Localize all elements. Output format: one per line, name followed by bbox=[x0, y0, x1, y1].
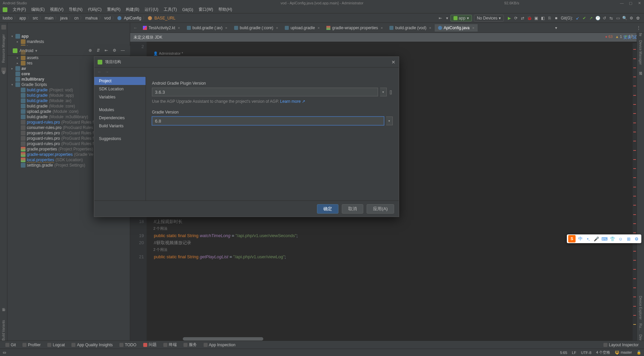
tool-device-manager[interactable]: Device Manager bbox=[639, 40, 642, 65]
filter-icon[interactable]: ⇵ bbox=[97, 48, 102, 53]
crumb[interactable]: src bbox=[33, 16, 38, 20]
tool-terminal[interactable]: 终端 bbox=[161, 341, 179, 348]
lock-icon[interactable]: 🔒 bbox=[637, 350, 641, 355]
tool-git[interactable]: Git bbox=[3, 342, 18, 348]
editor-tab[interactable]: TestActivity2.kt× bbox=[140, 24, 183, 32]
tab-close-icon[interactable]: × bbox=[472, 26, 474, 30]
tab-prev-icon[interactable]: ← bbox=[131, 26, 140, 30]
agp-edit-icon[interactable]: [] bbox=[389, 89, 393, 95]
git-branch[interactable]: 🔱 master bbox=[615, 350, 632, 355]
tree-node[interactable]: ▸manifests bbox=[7, 39, 130, 44]
warning-count[interactable]: 1 bbox=[615, 35, 622, 39]
error-count[interactable]: 63 bbox=[605, 35, 612, 39]
caret-position[interactable]: 5:65 bbox=[560, 351, 567, 355]
menu-view[interactable]: 视图(V) bbox=[48, 6, 65, 13]
crumb[interactable]: app bbox=[19, 16, 26, 20]
tool-resource-manager[interactable]: Resource Manager bbox=[2, 34, 5, 63]
ime-voice[interactable]: 🎤 bbox=[593, 235, 600, 242]
menu-git[interactable]: Git(G) bbox=[180, 7, 195, 13]
ime-toolbox[interactable]: ⊞ bbox=[625, 235, 632, 242]
dialog-back-icon[interactable]: ← bbox=[98, 70, 102, 74]
side-variables[interactable]: Variables bbox=[94, 93, 146, 101]
crumb-field[interactable]: BASE_URL bbox=[154, 16, 175, 20]
attach-icon[interactable]: ⎘ bbox=[547, 16, 552, 20]
tab-close-icon[interactable]: × bbox=[225, 26, 227, 30]
sogou-icon[interactable]: S bbox=[568, 235, 576, 242]
tool-appquality[interactable]: App Quality Insights bbox=[69, 342, 115, 348]
side-dependencies[interactable]: Dependencies bbox=[94, 114, 146, 122]
side-build-variants[interactable]: Build Variants bbox=[94, 122, 146, 130]
rollback-icon[interactable]: ↺ bbox=[602, 16, 607, 20]
apply-changes-icon[interactable]: ⟳ bbox=[514, 16, 518, 20]
side-sdk[interactable]: SDK Location bbox=[94, 85, 146, 93]
tab-close-icon[interactable]: × bbox=[178, 26, 180, 30]
side-modules[interactable]: Modules bbox=[94, 106, 146, 114]
line-separator[interactable]: LF bbox=[572, 351, 576, 355]
gear-icon[interactable]: ✿ bbox=[636, 16, 640, 20]
menu-build[interactable]: 构建(B) bbox=[124, 6, 141, 13]
maximize-icon[interactable]: ▢ bbox=[629, 1, 633, 5]
git-push-icon[interactable]: ↗ bbox=[589, 16, 593, 20]
ime-keyboard[interactable]: ⌨ bbox=[601, 235, 608, 242]
tree-node[interactable]: ▾app bbox=[7, 34, 130, 39]
editor-tab[interactable]: upload.gradle× bbox=[281, 24, 323, 32]
settings-icon[interactable]: ⚙ bbox=[629, 16, 634, 20]
menu-edit[interactable]: 编辑(E) bbox=[29, 6, 47, 13]
stop-icon[interactable]: ■ bbox=[554, 16, 558, 20]
tab-close-icon[interactable]: × bbox=[429, 26, 431, 30]
collapse-icon[interactable]: ⇤ bbox=[105, 48, 110, 53]
profiler-icon[interactable]: ◧ bbox=[540, 16, 545, 20]
minimize-icon[interactable]: — bbox=[620, 1, 624, 5]
ime-skin[interactable]: 👕 bbox=[609, 235, 616, 242]
run-config-selector[interactable]: app ▾ bbox=[450, 15, 472, 21]
device-selector[interactable]: No Devices ▾ bbox=[474, 15, 504, 21]
ime-punct[interactable]: •, bbox=[585, 235, 592, 242]
apply-button[interactable]: 应用(A) bbox=[367, 204, 394, 214]
crumb[interactable]: main bbox=[45, 16, 53, 20]
menu-help[interactable]: 帮助(H) bbox=[216, 6, 234, 13]
editor-tab[interactable]: build.gradle (:av)× bbox=[183, 24, 231, 32]
tabs-dropdown-icon[interactable]: ▾ bbox=[553, 26, 559, 30]
side-suggestions[interactable]: Suggestions bbox=[94, 135, 146, 143]
agp-dropdown-icon[interactable]: ▾ bbox=[380, 88, 387, 96]
menu-window[interactable]: 窗口(W) bbox=[197, 6, 215, 13]
coverage-icon[interactable]: ▣ bbox=[534, 16, 538, 20]
sync-icon[interactable]: ⇆ bbox=[609, 16, 613, 20]
avd-icon[interactable]: ▭ bbox=[615, 16, 620, 20]
apply-code-icon[interactable]: ⇄ bbox=[520, 16, 525, 20]
crumb[interactable]: luobo bbox=[3, 16, 12, 20]
ime-settings[interactable]: ⚙ bbox=[633, 235, 640, 242]
tool-layout-inspector[interactable]: Layout Inspector bbox=[601, 342, 641, 348]
crumb[interactable]: java bbox=[60, 16, 67, 20]
hide-icon[interactable]: — bbox=[121, 48, 126, 53]
run-icon[interactable]: ▶ bbox=[507, 16, 512, 20]
ok-button[interactable]: 确定 bbox=[317, 204, 338, 214]
gradle-dropdown-icon[interactable]: ▾ bbox=[386, 117, 393, 125]
history-icon[interactable]: 🕐 bbox=[595, 16, 600, 20]
project-icon[interactable] bbox=[1, 68, 6, 72]
ime-emoji[interactable]: ☺ bbox=[617, 235, 624, 242]
tool-problems[interactable]: 问题 bbox=[141, 341, 159, 348]
crumb-class[interactable]: ApiConfig bbox=[124, 16, 141, 20]
hammer-icon[interactable]: ⇤ bbox=[438, 16, 443, 20]
weak-count[interactable]: 17 bbox=[625, 34, 633, 39]
resource-icon[interactable] bbox=[1, 25, 6, 30]
side-project[interactable]: Project bbox=[94, 77, 146, 85]
ime-lang[interactable]: 中 bbox=[577, 235, 584, 242]
tab-close-icon[interactable]: × bbox=[381, 26, 383, 30]
close-icon[interactable]: ✕ bbox=[637, 1, 641, 5]
gradle-version-input[interactable] bbox=[152, 117, 384, 125]
menu-code[interactable]: 代码(C) bbox=[86, 6, 104, 13]
tool-todo[interactable]: TODO bbox=[117, 342, 139, 348]
agp-learn-more[interactable]: Learn more ↗ bbox=[280, 99, 305, 104]
menu-file[interactable]: 文件(F) bbox=[11, 6, 28, 13]
indent[interactable]: 4 个空格 bbox=[596, 350, 610, 355]
git-commit-icon[interactable]: ✔ bbox=[582, 16, 587, 20]
next-icon[interactable]: ˇ bbox=[639, 35, 641, 39]
tool-profiler[interactable]: Profiler bbox=[20, 342, 43, 348]
dialog-forward-icon[interactable]: → bbox=[105, 70, 109, 74]
gear-icon[interactable]: ⚙ bbox=[113, 48, 118, 53]
prev-icon[interactable]: ˆ bbox=[636, 35, 637, 39]
breadcrumb[interactable]: luobo〉 app〉 src〉 main〉 java〉 cn〉 mahua〉 … bbox=[3, 15, 175, 21]
git-update-icon[interactable]: ↙ bbox=[575, 16, 580, 20]
